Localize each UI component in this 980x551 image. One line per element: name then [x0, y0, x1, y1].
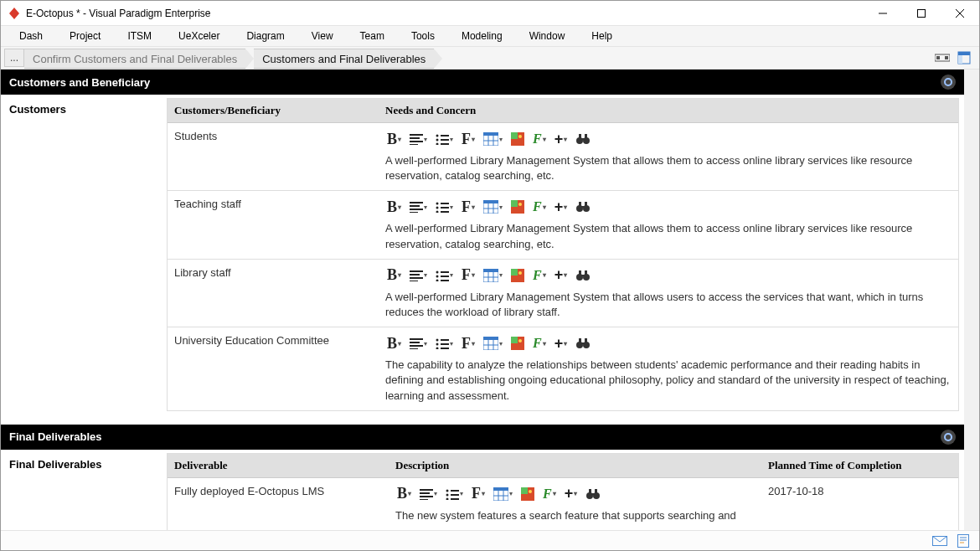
- align-dropdown-icon[interactable]: ▾: [408, 131, 429, 147]
- list-dropdown-icon[interactable]: ▾: [434, 267, 455, 284]
- layout-icon[interactable]: [934, 49, 951, 66]
- svg-rect-34: [581, 138, 585, 140]
- breadcrumb-label: Confirm Customers and Final Deliverables: [33, 53, 237, 65]
- customer-needs-cell[interactable]: B▾ ▾ ▾ F▾ ▾ F▾ +▾ The capability to anal…: [379, 327, 958, 410]
- table-row[interactable]: Students B▾ ▾ ▾ F▾ ▾ F▾ +▾ A well-perfor…: [168, 123, 958, 191]
- table-icon[interactable]: ▾: [492, 486, 514, 502]
- deliverable-desc-cell[interactable]: B▾ ▾ ▾ F▾ ▾ F▾ +▾ The new system feature…: [389, 477, 761, 530]
- maximize-button[interactable]: [902, 1, 941, 25]
- font-dropdown-icon[interactable]: F▾: [460, 267, 477, 284]
- bold-dropdown-icon[interactable]: B▾: [385, 131, 403, 147]
- align-dropdown-icon[interactable]: ▾: [408, 335, 429, 352]
- font-color-icon[interactable]: F▾: [531, 335, 548, 352]
- menu-window[interactable]: Window: [518, 28, 577, 44]
- section-body-deliverables: Final Deliverables Deliverable Descripti…: [1, 450, 964, 530]
- add-icon[interactable]: +▾: [553, 198, 570, 215]
- col-header-customer: Customers/Beneficiary: [168, 99, 379, 123]
- table-row[interactable]: University Education Committee B▾ ▾ ▾ F▾…: [168, 327, 958, 410]
- deliverable-name-cell[interactable]: Fully deployed E-Octopus LMS: [168, 477, 389, 530]
- list-dropdown-icon[interactable]: ▾: [444, 486, 465, 502]
- table-row[interactable]: Fully deployed E-Octopus LMS B▾ ▾ ▾ F▾ ▾…: [168, 477, 958, 530]
- font-color-icon[interactable]: F▾: [541, 486, 558, 502]
- customer-name-cell[interactable]: Students: [168, 123, 379, 191]
- menu-dash[interactable]: Dash: [8, 28, 54, 44]
- note-icon[interactable]: [956, 534, 971, 548]
- image-icon[interactable]: [509, 131, 526, 147]
- menu-project[interactable]: Project: [58, 28, 112, 44]
- align-dropdown-icon[interactable]: ▾: [418, 486, 439, 502]
- needs-text[interactable]: A well-performed Library Management Syst…: [385, 153, 952, 183]
- breadcrumb-root[interactable]: ...: [4, 49, 24, 67]
- add-icon[interactable]: +▾: [553, 267, 570, 284]
- svg-rect-69: [483, 269, 498, 272]
- description-text[interactable]: The new system features a search feature…: [395, 508, 755, 523]
- svg-point-41: [436, 207, 439, 209]
- table-icon[interactable]: ▾: [482, 267, 504, 284]
- font-color-icon[interactable]: F▾: [531, 198, 548, 215]
- menu-tools[interactable]: Tools: [400, 28, 446, 44]
- menu-help[interactable]: Help: [580, 28, 624, 44]
- breadcrumb-item-1[interactable]: Customers and Final Deliverables: [254, 49, 442, 69]
- find-icon[interactable]: [584, 486, 602, 502]
- table-icon[interactable]: ▾: [482, 198, 504, 215]
- add-icon[interactable]: +▾: [553, 335, 570, 352]
- align-dropdown-icon[interactable]: ▾: [408, 267, 429, 284]
- table-icon[interactable]: ▾: [482, 335, 504, 352]
- menu-team[interactable]: Team: [348, 28, 396, 44]
- svg-rect-78: [579, 270, 581, 275]
- customer-needs-cell[interactable]: B▾ ▾ ▾ F▾ ▾ F▾ +▾ A well-performed Libra…: [379, 259, 958, 327]
- customer-name-cell[interactable]: Teaching staff: [168, 191, 379, 259]
- bold-dropdown-icon[interactable]: B▾: [395, 486, 413, 502]
- minimize-button[interactable]: [864, 1, 902, 25]
- font-color-icon[interactable]: F▾: [531, 267, 548, 284]
- needs-text[interactable]: A well-performed Library Management Syst…: [385, 290, 952, 320]
- list-dropdown-icon[interactable]: ▾: [434, 335, 455, 352]
- list-dropdown-icon[interactable]: ▾: [434, 131, 455, 147]
- find-icon[interactable]: [574, 198, 592, 215]
- customer-name-cell[interactable]: Library staff: [168, 259, 379, 327]
- align-dropdown-icon[interactable]: ▾: [408, 198, 429, 215]
- find-icon[interactable]: [574, 131, 592, 147]
- menu-diagram[interactable]: Diagram: [235, 28, 296, 44]
- font-dropdown-icon[interactable]: F▾: [470, 486, 487, 502]
- customer-needs-cell[interactable]: B▾ ▾ ▾ F▾ ▾ F▾ +▾ A well-performed Libra…: [379, 191, 958, 259]
- table-icon[interactable]: ▾: [482, 131, 504, 147]
- pin-icon[interactable]: [941, 75, 956, 90]
- table-row[interactable]: Library staff B▾ ▾ ▾ F▾ ▾ F▾ +▾ A well-p…: [168, 259, 958, 327]
- menu-modeling[interactable]: Modeling: [450, 28, 514, 44]
- font-color-icon[interactable]: F▾: [531, 131, 548, 147]
- customer-name-cell[interactable]: University Education Committee: [168, 327, 379, 410]
- image-icon[interactable]: [519, 486, 536, 502]
- deliverable-date-cell[interactable]: 2017-10-18: [761, 477, 958, 530]
- find-icon[interactable]: [574, 267, 592, 284]
- mail-icon[interactable]: [932, 534, 947, 548]
- pin-icon[interactable]: [941, 430, 956, 445]
- panel-toggle-icon[interactable]: [956, 49, 972, 66]
- svg-rect-80: [581, 275, 585, 276]
- font-dropdown-icon[interactable]: F▾: [460, 198, 477, 215]
- add-icon[interactable]: +▾: [563, 486, 580, 502]
- bold-dropdown-icon[interactable]: B▾: [385, 198, 403, 215]
- table-row[interactable]: Teaching staff B▾ ▾ ▾ F▾ ▾ F▾ +▾ A well-…: [168, 191, 958, 259]
- breadcrumb-item-0[interactable]: Confirm Customers and Final Deliverables: [24, 49, 254, 69]
- customer-needs-cell[interactable]: B▾ ▾ ▾ F▾ ▾ F▾ +▾ A well-performed Libra…: [379, 123, 958, 191]
- menu-view[interactable]: View: [300, 28, 345, 44]
- section-side-label: Customers: [1, 95, 167, 416]
- menu-uexceler[interactable]: UeXceler: [167, 28, 231, 44]
- find-icon[interactable]: [574, 335, 592, 352]
- add-icon[interactable]: +▾: [553, 131, 570, 147]
- image-icon[interactable]: [509, 267, 526, 284]
- close-button[interactable]: [941, 1, 979, 25]
- needs-text[interactable]: The capability to analyze the relationsh…: [385, 358, 952, 404]
- image-icon[interactable]: [509, 335, 526, 352]
- font-dropdown-icon[interactable]: F▾: [460, 335, 477, 352]
- needs-text[interactable]: A well-performed Library Management Syst…: [385, 221, 952, 251]
- menu-bar: Dash Project ITSM UeXceler Diagram View …: [1, 26, 979, 46]
- menu-itsm[interactable]: ITSM: [116, 28, 163, 44]
- list-dropdown-icon[interactable]: ▾: [434, 198, 455, 215]
- bold-dropdown-icon[interactable]: B▾: [385, 267, 403, 284]
- bold-dropdown-icon[interactable]: B▾: [385, 335, 403, 352]
- svg-rect-56: [585, 202, 587, 206]
- font-dropdown-icon[interactable]: F▾: [460, 131, 477, 147]
- image-icon[interactable]: [509, 198, 526, 215]
